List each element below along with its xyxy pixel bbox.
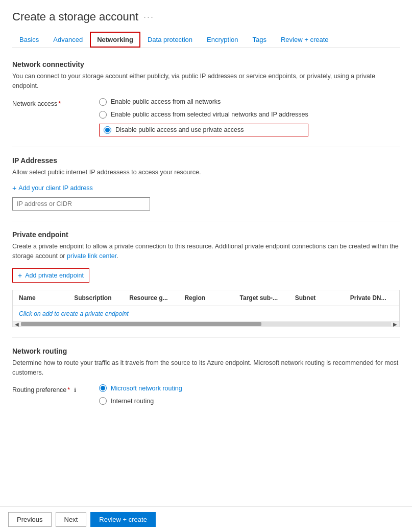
- tab-encryption[interactable]: Encryption: [200, 32, 245, 48]
- radio-disable-public-access[interactable]: Disable public access and use private ac…: [99, 124, 308, 136]
- plus-icon: +: [12, 184, 16, 192]
- add-client-ip-link[interactable]: + Add your client IP address: [12, 184, 93, 192]
- next-button[interactable]: Next: [56, 512, 87, 527]
- routing-info-icon: ℹ: [74, 387, 76, 393]
- page-title: Create a storage account: [12, 10, 138, 24]
- add-endpoint-plus-icon: +: [18, 271, 22, 280]
- routing-preference-field-row: Routing preference* ℹ Microsoft network …: [12, 384, 400, 405]
- radio-internet-routing-input[interactable]: [99, 397, 107, 405]
- add-private-endpoint-button[interactable]: + Add private endpoint: [12, 268, 89, 283]
- radio-internet-routing[interactable]: Internet routing: [99, 397, 182, 405]
- review-create-button[interactable]: Review + create: [90, 512, 156, 527]
- network-access-field-row: Network access* Enable public access fro…: [12, 98, 400, 136]
- private-endpoint-desc: Create a private endpoint to allow a pri…: [12, 242, 400, 261]
- routing-preference-radio-group: Microsoft network routing Internet routi…: [99, 384, 182, 405]
- network-routing-section: Network routing Determine how to route y…: [12, 347, 400, 405]
- previous-button[interactable]: Previous: [8, 512, 52, 527]
- routing-preference-label: Routing preference* ℹ: [12, 384, 79, 394]
- tab-data-protection[interactable]: Data protection: [140, 32, 200, 48]
- col-subscription: Subscription: [68, 290, 123, 306]
- network-connectivity-section: Network connectivity You can connect to …: [12, 60, 400, 136]
- page-title-dots: ···: [143, 12, 154, 22]
- col-private-dns: Private DN...: [344, 290, 399, 306]
- private-link-center-link[interactable]: private link center: [67, 252, 116, 260]
- scrollbar-track[interactable]: [21, 322, 391, 326]
- divider-3: [12, 337, 400, 338]
- ip-addresses-section: IP Addresses Allow select public interne…: [12, 156, 400, 211]
- radio-enable-all-networks[interactable]: Enable public access from all networks: [99, 98, 308, 106]
- network-access-label: Network access*: [12, 98, 79, 107]
- scroll-left-arrow[interactable]: ◀: [13, 321, 21, 327]
- private-endpoint-section: Private endpoint Create a private endpoi…: [12, 230, 400, 327]
- radio-enable-selected-networks[interactable]: Enable public access from selected virtu…: [99, 111, 308, 119]
- tab-advanced[interactable]: Advanced: [46, 32, 90, 48]
- page-title-container: Create a storage account ···: [12, 10, 400, 24]
- divider-1: [12, 147, 400, 147]
- ip-addresses-title: IP Addresses: [12, 156, 400, 165]
- col-resource-group: Resource g...: [123, 290, 178, 306]
- private-endpoint-table: Name Subscription Resource g... Region T…: [12, 290, 400, 327]
- tab-tags[interactable]: Tags: [246, 32, 274, 48]
- tab-networking[interactable]: Networking: [90, 32, 140, 48]
- radio-microsoft-network-routing-input[interactable]: [99, 384, 107, 392]
- col-target-subresource: Target sub-...: [234, 290, 289, 306]
- ip-address-input[interactable]: [12, 197, 150, 211]
- private-endpoint-title: Private endpoint: [12, 230, 400, 239]
- radio-microsoft-network-routing[interactable]: Microsoft network routing: [99, 384, 182, 392]
- ip-addresses-desc: Allow select public internet IP addresse…: [12, 168, 400, 177]
- radio-enable-selected-networks-input[interactable]: [99, 111, 107, 119]
- table-scrollbar[interactable]: ◀ ▶: [13, 321, 399, 327]
- col-subnet: Subnet: [289, 290, 344, 306]
- table-empty-message: Click on add to create a private endpoin…: [13, 306, 399, 321]
- tab-review-create[interactable]: Review + create: [274, 32, 336, 48]
- network-connectivity-title: Network connectivity: [12, 60, 400, 68]
- col-region: Region: [178, 290, 233, 306]
- radio-disable-public-access-input[interactable]: [104, 126, 111, 134]
- divider-2: [12, 221, 400, 221]
- scrollbar-thumb[interactable]: [21, 322, 261, 326]
- network-routing-title: Network routing: [12, 347, 400, 355]
- network-connectivity-desc: You can connect to your storage account …: [12, 72, 400, 91]
- table-header: Name Subscription Resource g... Region T…: [13, 290, 399, 306]
- radio-enable-all-networks-input[interactable]: [99, 98, 107, 106]
- tab-bar: Basics Advanced Networking Data protecti…: [12, 32, 400, 48]
- network-routing-desc: Determine how to route your traffic as i…: [12, 358, 400, 378]
- network-access-radio-group: Enable public access from all networks E…: [99, 98, 308, 136]
- tab-basics[interactable]: Basics: [12, 32, 46, 48]
- footer: Previous Next Review + create: [0, 506, 412, 532]
- col-name: Name: [13, 290, 68, 306]
- scroll-right-arrow[interactable]: ▶: [391, 321, 399, 327]
